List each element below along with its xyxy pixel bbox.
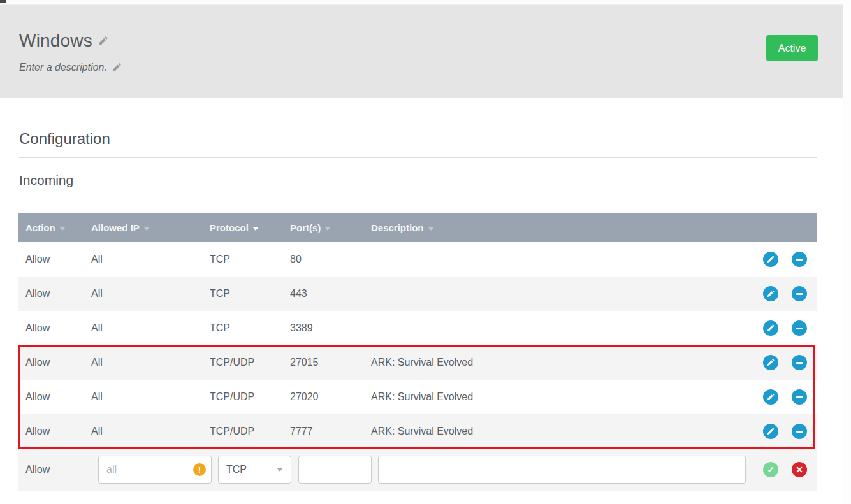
- section-title-configuration: Configuration: [19, 130, 817, 158]
- table-rows: Allow All TCP 80 Allow All TCP 443: [18, 242, 817, 449]
- remove-rule-button[interactable]: [792, 286, 807, 301]
- page-title: Windows: [19, 31, 92, 51]
- edit-rule-button[interactable]: [763, 252, 778, 267]
- rule-allowed-ip: All: [91, 426, 210, 437]
- edit-rule-button[interactable]: [763, 424, 778, 439]
- firewall-header: Windows Enter a description. Active: [0, 5, 843, 98]
- rule-action: Allow: [18, 357, 91, 368]
- rule-row: Allow All TCP 443: [18, 277, 817, 311]
- rule-row: Allow All TCP/UDP 27020 ARK: Survival Ev…: [18, 380, 817, 414]
- minus-icon: [796, 396, 803, 398]
- column-header-ports[interactable]: Port(s): [290, 222, 371, 233]
- sort-caret-icon: [428, 227, 434, 231]
- remove-rule-button[interactable]: [792, 320, 807, 336]
- check-icon: ✓: [767, 465, 775, 474]
- rule-action: Allow: [18, 391, 91, 403]
- remove-rule-button[interactable]: [792, 252, 807, 267]
- top-bar-fragment: [0, 0, 6, 3]
- minus-icon: [796, 362, 803, 364]
- sort-caret-icon: [324, 227, 331, 231]
- incoming-rules-table: Action Allowed IP Protocol Port(s) Descr…: [18, 213, 817, 491]
- protocol-selected-value: TCP: [226, 464, 247, 475]
- status-active-button[interactable]: Active: [766, 35, 818, 61]
- sort-caret-icon: [59, 227, 66, 231]
- warning-icon: !: [193, 463, 206, 476]
- port-input[interactable]: [298, 456, 372, 484]
- rule-protocol: TCP/UDP: [210, 426, 290, 437]
- rule-allowed-ip: All: [91, 391, 210, 403]
- protocol-select[interactable]: TCP: [218, 456, 291, 484]
- rule-action: Allow: [18, 288, 91, 299]
- pencil-icon: [767, 324, 775, 332]
- rule-ports: 7777: [290, 426, 371, 437]
- rule-action: Allow: [18, 254, 91, 265]
- rule-allowed-ip: All: [91, 357, 210, 368]
- column-header-allowed-ip[interactable]: Allowed IP: [91, 222, 210, 233]
- pencil-icon: [767, 290, 775, 298]
- rule-row: Allow All TCP 80: [18, 242, 817, 277]
- rule-ports: 80: [290, 254, 371, 265]
- rule-description: ARK: Survival Evolved: [371, 391, 746, 403]
- rule-action: Allow: [18, 322, 91, 334]
- x-icon: ✕: [796, 465, 803, 474]
- minus-icon: [796, 293, 803, 295]
- rule-protocol: TCP: [210, 288, 290, 299]
- rule-description: ARK: Survival Evolved: [371, 426, 746, 437]
- description-input[interactable]: [378, 456, 746, 484]
- rule-action: Allow: [18, 426, 91, 437]
- rule-allowed-ip: All: [91, 322, 210, 334]
- subsection-title-incoming: Incoming: [19, 173, 817, 198]
- rule-row: Allow All TCP 3389: [18, 311, 817, 345]
- edit-rule-button[interactable]: [763, 320, 778, 336]
- pencil-icon: [767, 359, 775, 366]
- sort-caret-icon: [143, 227, 150, 231]
- pencil-icon: [767, 428, 775, 435]
- column-header-action[interactable]: Action: [18, 222, 91, 233]
- pencil-icon: [767, 256, 775, 263]
- new-rule-row: Allow ! TCP ✓ ✕: [18, 449, 817, 491]
- rule-ports: 443: [290, 288, 371, 299]
- edit-rule-button[interactable]: [763, 389, 778, 405]
- rule-protocol: TCP/UDP: [210, 391, 290, 403]
- pencil-icon: [767, 393, 775, 401]
- minus-icon: [796, 431, 803, 433]
- sort-caret-icon-active: [252, 227, 259, 231]
- rule-ports: 3389: [290, 322, 371, 334]
- edit-title-pencil-icon[interactable]: [98, 36, 108, 46]
- new-rule-action-label: Allow: [18, 464, 98, 475]
- rule-allowed-ip: All: [91, 254, 210, 265]
- chevron-down-icon: [277, 468, 283, 472]
- confirm-rule-button[interactable]: ✓: [763, 462, 778, 477]
- content-area: Configuration Incoming Action Allowed IP…: [0, 130, 843, 491]
- page-description: Enter a description.: [19, 62, 107, 73]
- remove-rule-button[interactable]: [792, 389, 807, 405]
- table-header-row: Action Allowed IP Protocol Port(s) Descr…: [18, 213, 817, 242]
- rule-allowed-ip: All: [91, 288, 210, 299]
- remove-rule-button[interactable]: [792, 355, 807, 370]
- rule-description: ARK: Survival Evolved: [371, 357, 746, 368]
- rule-protocol: TCP/UDP: [210, 357, 290, 368]
- minus-icon: [796, 328, 803, 329]
- cancel-rule-button[interactable]: ✕: [792, 462, 807, 477]
- remove-rule-button[interactable]: [792, 424, 807, 439]
- column-header-protocol[interactable]: Protocol: [210, 222, 290, 233]
- column-header-description[interactable]: Description: [371, 222, 746, 233]
- new-rule-ip-wrap: !: [98, 456, 212, 484]
- rule-row: Allow All TCP/UDP 27015 ARK: Survival Ev…: [18, 345, 817, 380]
- top-strip: [0, 0, 851, 5]
- rule-protocol: TCP: [210, 322, 290, 334]
- edit-rule-button[interactable]: [763, 286, 778, 301]
- page-right-gutter: [843, 0, 851, 504]
- rule-ports: 27015: [290, 357, 371, 368]
- minus-icon: [796, 259, 803, 261]
- edit-rule-button[interactable]: [763, 355, 778, 370]
- rule-row: Allow All TCP/UDP 7777 ARK: Survival Evo…: [18, 414, 817, 449]
- edit-description-pencil-icon[interactable]: [112, 63, 122, 73]
- rule-ports: 27020: [290, 391, 371, 403]
- rule-protocol: TCP: [210, 254, 290, 265]
